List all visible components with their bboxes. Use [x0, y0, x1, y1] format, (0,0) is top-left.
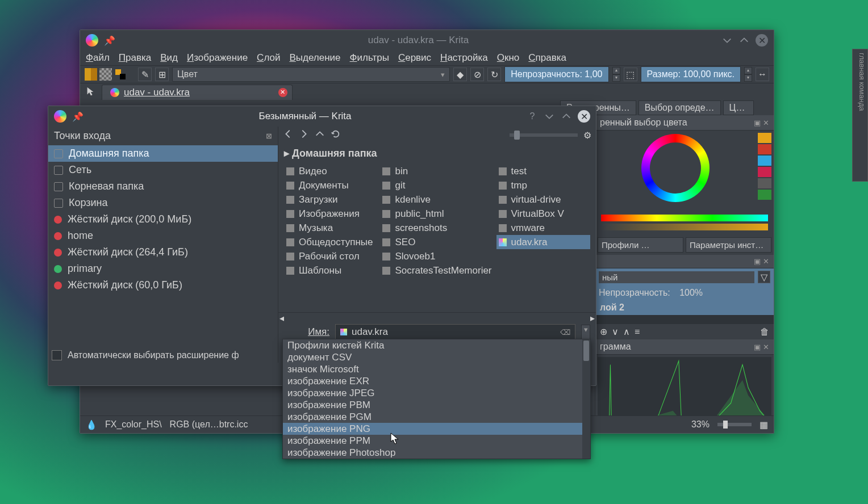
places-close-icon[interactable]: ⊠ — [266, 132, 272, 140]
opacity-spinbox[interactable]: Непрозрачность: 1,00 — [504, 66, 608, 82]
dropdown-option[interactable]: документ CSV — [283, 351, 590, 363]
icon-size-slider[interactable] — [510, 133, 578, 137]
layer-delete-button[interactable]: 🗑 — [760, 327, 769, 337]
swatch[interactable] — [758, 156, 771, 166]
size-spin-buttons[interactable]: ▴▾ — [744, 67, 752, 82]
titlebar[interactable]: 📌 udav - udav.kra — Krita ✕ — [80, 30, 774, 51]
file-item[interactable]: Видео — [284, 164, 378, 178]
file-item[interactable] — [496, 249, 590, 263]
mirror-button[interactable]: ↔ — [756, 68, 769, 81]
file-item[interactable]: Документы — [284, 178, 378, 192]
doc-tab-close[interactable]: ✕ — [278, 88, 287, 97]
dropdown-option[interactable]: изображение Photoshop — [283, 447, 590, 459]
layer-blend-combo[interactable]: ный — [599, 271, 754, 283]
hue-slider[interactable] — [601, 215, 768, 221]
pin-icon[interactable]: 📌 — [72, 111, 84, 122]
file-item[interactable]: udav.kra — [496, 235, 590, 249]
file-item[interactable]: Шаблоны — [284, 263, 378, 278]
menu-select[interactable]: Выделение — [289, 52, 340, 64]
file-item[interactable]: Рабочий стол — [284, 249, 378, 263]
layer-up-button[interactable]: ∧ — [623, 326, 630, 337]
file-item[interactable]: tmp — [496, 178, 590, 192]
menu-layer[interactable]: Слой — [257, 52, 280, 64]
file-item[interactable]: VirtualBox V — [496, 207, 590, 221]
tab-profiles[interactable]: Профили … — [598, 237, 683, 253]
layer-filter-button[interactable]: ▽ — [758, 271, 770, 283]
file-item[interactable]: git — [380, 178, 494, 192]
dropdown-option[interactable]: изображение PGM — [283, 411, 590, 423]
menu-settings[interactable]: Настройка — [440, 52, 488, 64]
layer-item[interactable]: лой 2 — [595, 300, 774, 315]
auto-extension-row[interactable]: Автоматически выбирать расширение ф — [48, 348, 278, 363]
size-spinbox[interactable]: Размер: 100,00 пикс. — [641, 66, 741, 82]
layer-opacity-row[interactable]: Непрозрачность: 100% — [595, 285, 774, 300]
tab-c[interactable]: Ц… — [723, 100, 754, 115]
minimize-button[interactable] — [721, 35, 733, 46]
color-ring[interactable] — [641, 134, 710, 202]
grid-button[interactable]: ⊞ — [155, 68, 169, 81]
menu-filters[interactable]: Фильтры — [350, 52, 389, 64]
name-history-button[interactable]: ▾ — [581, 325, 590, 339]
pin-icon[interactable]: 📌 — [104, 35, 115, 46]
zoom-value[interactable]: 33% — [691, 419, 710, 430]
help-button[interactable]: ? — [527, 111, 538, 122]
breadcrumb[interactable]: ▸ Домашняя папка — [278, 144, 596, 163]
h-scrollbar[interactable]: ◂▸ — [278, 312, 596, 322]
opacity-spin-buttons[interactable]: ▴▾ — [612, 67, 620, 82]
panel-strip[interactable]: главная команда — [852, 49, 868, 182]
file-item[interactable]: kdenlive — [380, 192, 494, 207]
flow-button[interactable]: ⬚ — [624, 68, 637, 81]
file-item[interactable]: public_html — [380, 207, 494, 221]
dropdown-option[interactable]: изображение PPM — [283, 435, 590, 447]
nav-up-button[interactable] — [315, 129, 325, 141]
places-item[interactable]: Жёсткий диск (264,4 ГиБ) — [48, 244, 278, 261]
file-item[interactable]: Slovoeb1 — [380, 249, 494, 263]
gradient-swatches[interactable] — [85, 68, 112, 81]
blend-mode-combo[interactable]: Цвет▾ — [172, 67, 450, 82]
dialog-close-button[interactable]: ✕ — [578, 110, 590, 123]
places-item[interactable]: home — [48, 228, 278, 244]
places-item[interactable]: Сеть — [48, 162, 278, 178]
document-tab[interactable]: udav - udav.kra ✕ — [102, 85, 293, 100]
nav-forward-button[interactable] — [299, 129, 309, 141]
swatch-column[interactable] — [756, 131, 774, 215]
file-item[interactable]: Загрузки — [284, 192, 378, 207]
layers-header[interactable]: ▣ ✕ — [595, 255, 774, 268]
swatch[interactable] — [758, 167, 771, 177]
fg-bg-color-icon[interactable] — [115, 69, 126, 79]
color-triangle[interactable] — [657, 150, 694, 181]
layer-props-button[interactable]: ≡ — [635, 327, 640, 337]
dropdown-option[interactable]: значок Microsoft — [283, 363, 590, 375]
dropdown-option[interactable]: изображение PBM — [283, 399, 590, 411]
color-picker[interactable] — [595, 131, 774, 215]
menu-view[interactable]: Вид — [160, 52, 178, 64]
name-input[interactable]: udav.kra ⌫ — [335, 324, 575, 340]
auto-ext-checkbox[interactable] — [52, 350, 62, 360]
file-item[interactable]: virtual-drive — [496, 192, 590, 207]
file-item[interactable]: Общедоступные — [284, 235, 378, 249]
dialog-maximize-button[interactable] — [561, 111, 572, 122]
swatch[interactable] — [758, 144, 771, 154]
places-item[interactable]: Жёсткий диск (60,0 ГиБ) — [48, 277, 278, 293]
file-item[interactable]: Изображения — [284, 207, 378, 221]
file-item[interactable]: vmware — [496, 221, 590, 235]
file-item[interactable]: screenshots — [380, 221, 494, 235]
places-item[interactable]: primary — [48, 261, 278, 277]
swatch[interactable] — [758, 190, 771, 200]
dropdown-option[interactable]: изображение PNG — [283, 423, 590, 435]
sat-slider[interactable] — [601, 224, 768, 230]
swatch[interactable] — [758, 178, 771, 188]
histogram-header[interactable]: грамма▣ ✕ — [595, 339, 774, 355]
nav-back-button[interactable] — [283, 129, 293, 141]
swatch[interactable] — [758, 133, 771, 143]
maximize-button[interactable] — [738, 35, 750, 46]
menu-help[interactable]: Справка — [528, 52, 566, 64]
color-panel-header[interactable]: ренный выбор цвета▣ ✕ — [595, 115, 774, 131]
dropdown-option[interactable]: Профили кистей Krita — [283, 339, 590, 351]
menu-file[interactable]: Файл — [86, 52, 110, 64]
nav-reload-button[interactable] — [331, 129, 341, 141]
menu-image[interactable]: Изображение — [187, 52, 248, 64]
alpha-lock-button[interactable]: ⊘ — [470, 68, 484, 81]
dropdown-option[interactable]: изображение EXR — [283, 375, 590, 387]
tab-specific[interactable]: Выбор опреде… — [639, 100, 721, 115]
